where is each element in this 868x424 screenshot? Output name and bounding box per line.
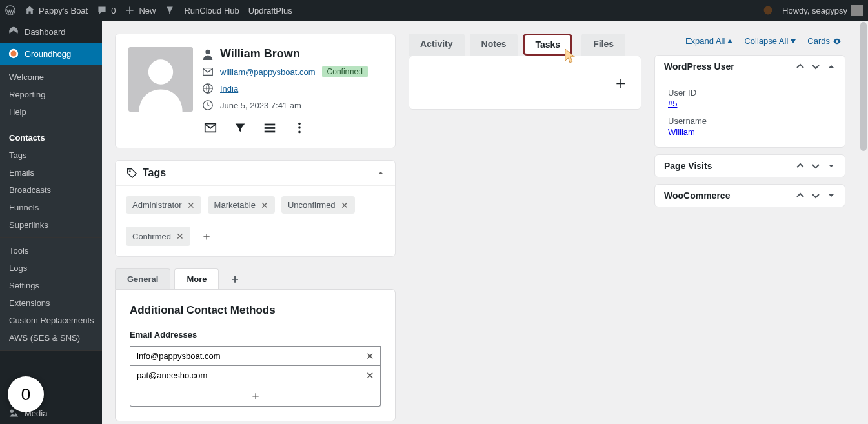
howdy-link[interactable]: Howdy, seagypsy [782,5,863,16]
svg-point-6 [205,49,210,54]
remove-tag-icon[interactable]: ✕ [261,201,268,210]
svg-rect-9 [265,124,276,126]
site-name: Pappy's Boat [39,6,88,15]
submenu-superlinks[interactable]: Superlinks [0,216,102,234]
comments-link[interactable]: 0 [97,5,116,15]
groundhogg-label: Groundhogg [25,49,71,59]
filter-icon[interactable] [233,121,247,135]
tab-files[interactable]: Files [581,34,625,56]
tag-chip: Unconfirmed✕ [281,196,355,214]
submenu-logs[interactable]: Logs [0,259,102,277]
contact-email-link[interactable]: william@pappysboat.com [220,67,316,77]
tags-card: Tags Administrator✕ Marketable✕ Unconfir… [115,160,396,257]
username-link[interactable]: William [668,127,695,137]
svg-rect-11 [265,131,276,133]
add-tab-button[interactable]: ＋ [223,268,247,289]
dashboard-label: Dashboard [25,27,66,37]
additional-email-input-0[interactable] [130,346,359,366]
move-up-icon[interactable] [796,191,805,200]
submenu-settings[interactable]: Settings [0,277,102,294]
remove-tag-icon[interactable]: ✕ [341,201,348,210]
new-link[interactable]: New [125,5,156,15]
svg-point-15 [129,170,131,172]
contact-country-link[interactable]: India [220,84,238,94]
wp-logo[interactable] [5,5,15,15]
toggle-panel-icon[interactable] [827,191,836,200]
tag-chip: Marketable✕ [208,196,275,214]
collapse-caret-icon[interactable] [377,169,385,177]
tab-general[interactable]: General [115,268,170,289]
add-email-button[interactable]: ＋ [130,385,381,407]
submenu-extensions[interactable]: Extensions [0,294,102,312]
tab-more[interactable]: More [174,268,219,289]
move-up-icon[interactable] [796,161,805,170]
meta-panel-controls: Expand All Collapse All Cards [654,34,845,48]
move-down-icon[interactable] [811,62,820,71]
updraft-link[interactable]: UpdraftPlus [248,6,292,15]
groundhogg-submenu-2: Contacts Tags Emails Broadcasts Funnels … [0,125,102,237]
menu-groundhogg[interactable]: Groundhogg [0,43,102,65]
submenu-welcome[interactable]: Welcome [0,68,102,86]
tab-notes[interactable]: Notes [470,34,518,56]
submenu-aws[interactable]: AWS (SES & SNS) [0,329,102,347]
submenu-tags[interactable]: Tags [0,146,102,164]
groundhogg-submenu-3: Tools Logs Settings Extensions Custom Re… [0,238,102,350]
detail-tabs-container: General More ＋ Additional Contact Method… [115,268,396,421]
move-down-icon[interactable] [811,191,820,200]
additional-email-input-1[interactable] [130,366,359,385]
userid-label: User ID [668,88,832,97]
remove-email-button[interactable]: ✕ [359,346,381,366]
user-avatar-icon [851,5,863,16]
submenu-reporting[interactable]: Reporting [0,86,102,103]
clock-icon [202,99,214,111]
add-task-button[interactable]: ＋ [612,72,629,94]
cards-visibility-button[interactable]: Cards [807,36,842,46]
globe-icon [202,83,214,94]
toggle-panel-icon[interactable] [827,62,836,71]
tag-chip: Confirmed✕ [126,227,190,246]
scrollbar-thumb[interactable] [860,22,867,151]
remove-tag-icon[interactable]: ✕ [187,201,195,210]
comments-count: 0 [111,6,116,15]
tag-icon [126,167,137,179]
compose-email-icon[interactable] [203,121,217,135]
more-icon[interactable] [292,121,307,135]
submenu-help[interactable]: Help [0,103,102,121]
expand-all-button[interactable]: Expand All [685,36,732,46]
submenu-funnels[interactable]: Funnels [0,199,102,216]
panel-page-visits: Page Visits [654,154,845,177]
submenu-emails[interactable]: Emails [0,164,102,181]
tab-activity[interactable]: Activity [409,34,465,56]
site-name-link[interactable]: Pappy's Boat [25,5,88,15]
submenu-tools[interactable]: Tools [0,242,102,259]
toggle-panel-icon[interactable] [827,161,836,170]
submenu-contacts[interactable]: Contacts [0,129,102,146]
remove-tag-icon[interactable]: ✕ [176,232,184,241]
yoast-icon[interactable] [165,5,175,15]
svg-point-3 [11,51,17,57]
cursor-pointer-icon [563,48,578,70]
move-up-icon[interactable] [796,62,805,71]
move-down-icon[interactable] [811,161,820,170]
username-label: Username [668,116,832,126]
submenu-broadcasts[interactable]: Broadcasts [0,181,102,199]
fab-button[interactable]: 0 [8,376,44,412]
userid-link[interactable]: #5 [668,99,677,108]
svg-rect-10 [265,127,276,129]
vertical-scrollbar[interactable] [858,21,868,424]
contact-header-card: William Brown william@pappysboat.com Con… [115,34,396,148]
collapse-all-button[interactable]: Collapse All [744,36,796,46]
runcloud-link[interactable]: RunCloud Hub [184,6,239,15]
panel-woocommerce: WooCommerce [654,184,845,207]
remove-email-button[interactable]: ✕ [359,366,381,385]
submenu-custom[interactable]: Custom Replacements [0,312,102,329]
status-badge: Confirmed [322,66,368,77]
panel-title: WordPress User [664,61,734,72]
menu-dashboard[interactable]: Dashboard [0,21,102,43]
svg-point-12 [298,123,301,125]
add-tag-button[interactable]: ＋ [197,227,216,246]
mail-icon [202,66,214,77]
contact-avatar [128,47,193,112]
groundhogg-badge-icon[interactable] [763,5,773,15]
rows-icon[interactable] [263,121,277,135]
